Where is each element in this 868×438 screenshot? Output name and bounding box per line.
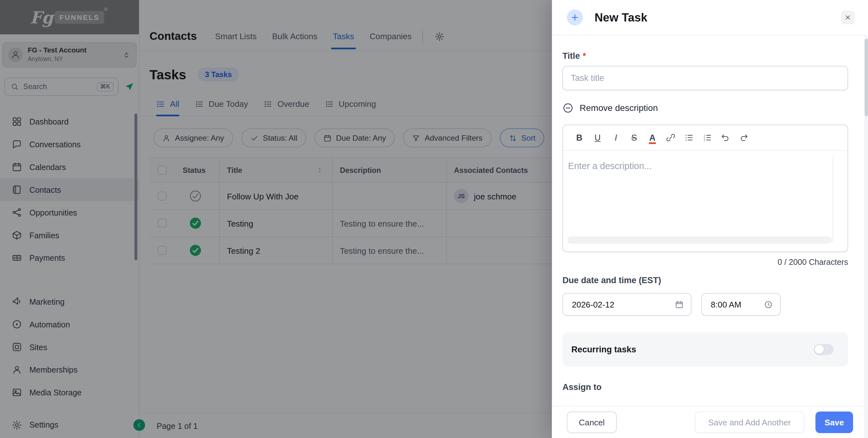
remove-description-label: Remove description <box>580 103 658 113</box>
due-date-label: Due date and time (EST) <box>563 275 848 285</box>
recurring-tasks-section: Recurring tasks <box>563 332 848 367</box>
svg-text:3: 3 <box>704 139 705 142</box>
editor-scrollbar-vertical[interactable] <box>833 156 833 241</box>
description-editor: B U I S A 123 Enter a description... <box>563 124 848 252</box>
recurring-tasks-label: Recurring tasks <box>571 345 636 355</box>
screen: Fg FUNNELS ® FG - Test Account Anytown, … <box>0 0 868 438</box>
clock-icon <box>764 300 773 309</box>
undo-icon[interactable] <box>716 129 735 146</box>
calendar-icon <box>675 300 684 309</box>
modal-scrollbar-thumb[interactable] <box>865 39 868 116</box>
close-icon[interactable] <box>841 10 855 24</box>
redo-icon[interactable] <box>735 129 753 146</box>
italic-button[interactable]: I <box>607 129 625 146</box>
description-input[interactable]: Enter a description... <box>563 151 847 171</box>
rich-text-toolbar: B U I S A 123 <box>563 125 847 151</box>
save-button[interactable]: Save <box>815 411 853 433</box>
due-date-value: 2026-02-12 <box>572 299 614 309</box>
underline-button[interactable]: U <box>588 129 607 146</box>
modal-scrollbar[interactable] <box>864 36 868 438</box>
modal-footer: Cancel Save and Add Another Save <box>552 406 868 438</box>
recurring-tasks-toggle[interactable] <box>814 344 834 355</box>
modal-header: New Task <box>552 0 868 35</box>
due-time-value: 8:00 AM <box>711 299 741 309</box>
ordered-list-icon[interactable]: 123 <box>698 129 716 146</box>
new-task-modal: New Task Title * Remove description B U … <box>552 0 868 438</box>
assign-to-label: Assign to <box>563 382 848 392</box>
remove-description-toggle[interactable]: Remove description <box>563 103 848 113</box>
save-and-add-another-button[interactable]: Save and Add Another <box>695 411 805 433</box>
cancel-button[interactable]: Cancel <box>567 411 617 433</box>
strikethrough-button[interactable]: S <box>625 129 644 146</box>
editor-scrollbar-horizontal[interactable] <box>567 236 832 244</box>
character-counter: 0 / 2000 Characters <box>563 258 848 266</box>
due-time-input[interactable]: 8:00 AM <box>702 293 781 316</box>
title-field-label: Title * <box>563 51 848 61</box>
plus-icon <box>567 9 583 26</box>
text-color-button[interactable]: A <box>644 129 662 146</box>
due-date-input[interactable]: 2026-02-12 <box>563 293 691 316</box>
task-title-input[interactable] <box>563 66 848 90</box>
link-icon[interactable] <box>661 129 680 146</box>
modal-title: New Task <box>594 11 647 24</box>
minus-circle-icon <box>563 103 574 113</box>
toggle-knob <box>815 345 824 354</box>
unordered-list-icon[interactable] <box>680 129 698 146</box>
bold-button[interactable]: B <box>570 129 588 146</box>
required-asterisk: * <box>583 51 586 61</box>
modal-body: Title * Remove description B U I S A 123 <box>552 51 868 392</box>
